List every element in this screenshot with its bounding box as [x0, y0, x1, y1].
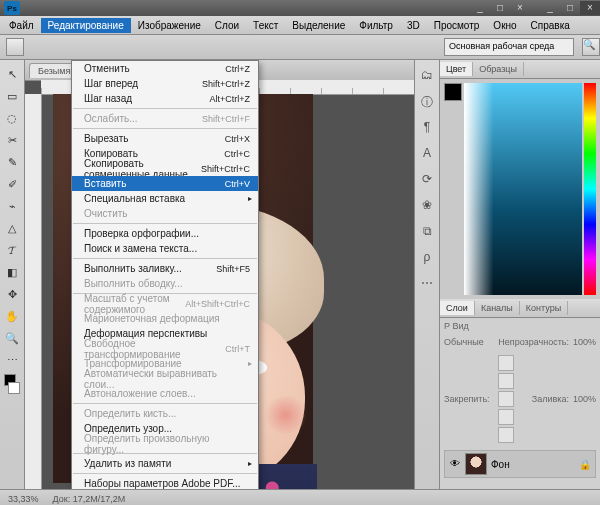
- menu-view[interactable]: Просмотр: [427, 18, 487, 33]
- search-icon[interactable]: 🔍: [582, 38, 600, 56]
- visibility-icon[interactable]: 👁: [449, 458, 461, 470]
- menuitem-выполнить-обводку-: Выполнить обводку...: [72, 276, 258, 291]
- menuitem-удалить-из-памяти[interactable]: Удалить из памяти▸: [72, 456, 258, 471]
- more-tools[interactable]: ⋯: [2, 350, 22, 370]
- menu-3d[interactable]: 3D: [400, 18, 427, 33]
- menu-filter[interactable]: Фильтр: [352, 18, 400, 33]
- tab-layers[interactable]: Слои: [440, 301, 475, 315]
- menuitem-вставить[interactable]: ВставитьCtrl+V: [72, 176, 258, 191]
- tab-channels[interactable]: Каналы: [475, 301, 520, 315]
- menuitem-шаг-вперед[interactable]: Шаг впередShift+Ctrl+Z: [72, 76, 258, 91]
- menuitem-вырезать[interactable]: ВырезатьCtrl+X: [72, 131, 258, 146]
- tab-swatches[interactable]: Образцы: [473, 62, 524, 76]
- win-close-button[interactable]: ×: [580, 1, 600, 15]
- menuitem-наборы-параметров-adobe-pdf-[interactable]: Наборы параметров Adobe PDF...: [72, 476, 258, 489]
- document-area: Безымянный-1 ОтменитьCtrl+ZШаг впередShi…: [25, 60, 414, 489]
- paragraph-icon[interactable]: ¶: [418, 120, 436, 138]
- zoom-level[interactable]: 33,33%: [8, 494, 39, 504]
- menu-edit[interactable]: Редактирование: [41, 18, 131, 33]
- menuitem-проверка-орфографии-[interactable]: Проверка орфографии...: [72, 226, 258, 241]
- hue-slider[interactable]: [584, 83, 596, 295]
- hand-tool[interactable]: ✋: [2, 306, 22, 326]
- shape-tool[interactable]: ◧: [2, 262, 22, 282]
- gradient-tool[interactable]: △: [2, 218, 22, 238]
- clone-tool[interactable]: ⌁: [2, 196, 22, 216]
- ruler-vertical: [25, 94, 42, 489]
- more-panels-icon[interactable]: ⋯: [418, 276, 436, 294]
- layers-panel: Р Вид Обычные Непрозрачность: 100% Закре…: [440, 318, 600, 489]
- titlebar: Ps _ □ × _ □ ×: [0, 0, 600, 16]
- status-bar: 33,33% Док: 17,2M/17,2M: [0, 489, 600, 505]
- layer-name[interactable]: Фон: [491, 459, 510, 470]
- color-swatch[interactable]: [2, 372, 22, 396]
- menuitem-очистить: Очистить: [72, 206, 258, 221]
- color-panel: [440, 79, 600, 299]
- doc-min-button[interactable]: _: [470, 1, 490, 15]
- type-tool[interactable]: 𝓣: [2, 240, 22, 260]
- layer-thumbnail: [465, 453, 487, 475]
- menuitem-ослабить-: Ослабить...Shift+Ctrl+F: [72, 111, 258, 126]
- options-tool-preset[interactable]: [6, 38, 24, 56]
- libraries-icon[interactable]: ⧉: [418, 224, 436, 242]
- doc-max-button[interactable]: □: [490, 1, 510, 15]
- layer-kind-label: Р Вид: [444, 321, 469, 331]
- menuitem-скопировать-совмещенные-данные[interactable]: Скопировать совмещенные данныеShift+Ctrl…: [72, 161, 258, 176]
- win-min-button[interactable]: _: [540, 1, 560, 15]
- menu-window[interactable]: Окно: [486, 18, 523, 33]
- fill-value[interactable]: 100%: [573, 394, 596, 404]
- blend-mode[interactable]: Обычные: [444, 337, 484, 347]
- toolbox: ↖ ▭ ◌ ✂ ✎ ✐ ⌁ △ 𝓣 ◧ ✥ ✋ 🔍 ⋯: [0, 60, 25, 489]
- character-icon[interactable]: A: [418, 146, 436, 164]
- menu-layers[interactable]: Слои: [208, 18, 246, 33]
- eyedropper-tool[interactable]: ✎: [2, 152, 22, 172]
- adjust-icon[interactable]: ⟳: [418, 172, 436, 190]
- menu-image[interactable]: Изображение: [131, 18, 208, 33]
- menu-select[interactable]: Выделение: [285, 18, 352, 33]
- menuitem-марионеточная-деформация: Марионеточная деформация: [72, 311, 258, 326]
- doc-size: Док: 17,2M/17,2M: [53, 494, 126, 504]
- tab-paths[interactable]: Контуры: [520, 301, 568, 315]
- lock-icon: 🔒: [579, 459, 591, 470]
- zoom-tool[interactable]: 🔍: [2, 328, 22, 348]
- crop-tool[interactable]: ✂: [2, 130, 22, 150]
- info-icon[interactable]: ⓘ: [418, 94, 436, 112]
- brush-tool[interactable]: ✐: [2, 174, 22, 194]
- lasso-tool[interactable]: ◌: [2, 108, 22, 128]
- collapsed-panels-strip: 🗂 ⓘ ¶ A ⟳ ❀ ⧉ ρ ⋯: [414, 60, 439, 489]
- menuitem-специальная-вставка[interactable]: Специальная вставка▸: [72, 191, 258, 206]
- marquee-tool[interactable]: ▭: [2, 86, 22, 106]
- doc-window-controls: _ □ × _ □ ×: [470, 1, 600, 15]
- menuitem-шаг-назад[interactable]: Шаг назадAlt+Ctrl+Z: [72, 91, 258, 106]
- menu-text[interactable]: Текст: [246, 18, 285, 33]
- menu-file[interactable]: Файл: [2, 18, 41, 33]
- move-tool[interactable]: ↖: [2, 64, 22, 84]
- win-max-button[interactable]: □: [560, 1, 580, 15]
- menuitem-автоматически-выравнивать-слои-: Автоматически выравнивать слои...: [72, 371, 258, 386]
- menu-help[interactable]: Справка: [524, 18, 577, 33]
- color-picker-field[interactable]: [464, 83, 582, 295]
- styles-icon[interactable]: ❀: [418, 198, 436, 216]
- menuitem-масштаб-с-учетом-содержимого: Масштаб с учетом содержимогоAlt+Shift+Ct…: [72, 296, 258, 311]
- menuitem-поиск-и-замена-текста-[interactable]: Поиск и замена текста...: [72, 241, 258, 256]
- options-bar: Основная рабочая среда 🔍: [0, 35, 600, 60]
- menuitem-автоналожение-слоев-: Автоналожение слоев...: [72, 386, 258, 401]
- opacity-label: Непрозрачность:: [498, 337, 569, 347]
- workspace-switcher[interactable]: Основная рабочая среда: [444, 38, 574, 56]
- history-icon[interactable]: 🗂: [418, 68, 436, 86]
- layer-row[interactable]: 👁 Фон 🔒: [444, 450, 596, 478]
- app-icon: Ps: [4, 1, 20, 15]
- menuitem-свободное-трансформирование: Свободное трансформированиеCtrl+T: [72, 341, 258, 356]
- menuitem-отменить[interactable]: ОтменитьCtrl+Z: [72, 61, 258, 76]
- current-color[interactable]: [444, 83, 462, 101]
- tab-color[interactable]: Цвет: [440, 62, 473, 76]
- right-dock: Цвет Образцы Слои Каналы Контуры Р Вид О…: [439, 60, 600, 489]
- doc-close-button[interactable]: ×: [510, 1, 530, 15]
- menuitem-определить-произвольную-фигуру-: Определить произвольную фигуру...: [72, 436, 258, 451]
- menuitem-определить-кисть-: Определить кисть...: [72, 406, 258, 421]
- layers-panel-tabs: Слои Каналы Контуры: [440, 299, 600, 318]
- menuitem-выполнить-заливку-[interactable]: Выполнить заливку...Shift+F5: [72, 261, 258, 276]
- opacity-value[interactable]: 100%: [573, 337, 596, 347]
- path-tool[interactable]: ✥: [2, 284, 22, 304]
- properties-icon[interactable]: ρ: [418, 250, 436, 268]
- menubar: Файл Редактирование Изображение Слои Тек…: [0, 16, 600, 35]
